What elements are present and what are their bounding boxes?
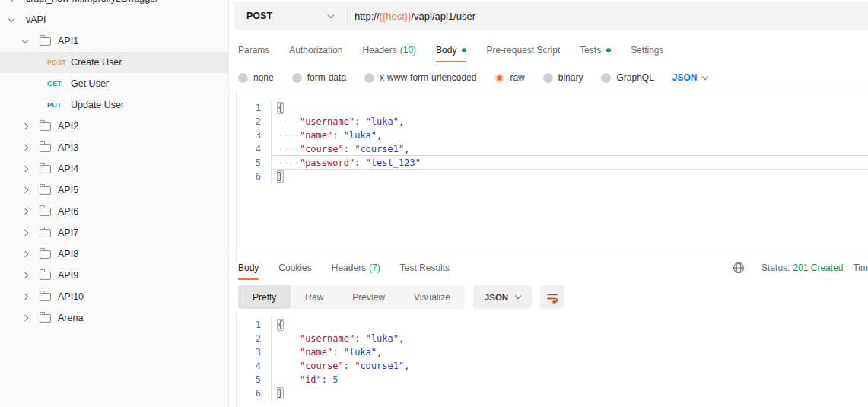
line-number: 1 [237,101,272,115]
token-str: "luka" [344,347,377,358]
line-number: 4 [237,359,272,373]
code-line: 3····"name": "luka", [237,129,868,142]
sidebar-item-crapi-now-mitmproxy2swagger[interactable]: crapi_now Mitmproxy2Swagger [0,0,228,9]
sidebar-item-label: API2 [58,121,78,132]
method-select[interactable]: POST [234,11,347,21]
sidebar-item-api7[interactable]: API7 [0,222,228,243]
code-line: 1{ [237,101,868,115]
token-ws: ···· [278,157,300,168]
token-p: , [377,347,382,358]
request-body-editor[interactable]: 1{2····"username": "luka",3····"name": "… [236,91,868,262]
tab-pre-request-script[interactable]: Pre-request Script [486,40,560,61]
tab-label: Pre-request Script [486,45,560,56]
url-segment: /vapi/api1/user [411,11,475,22]
radio-icon [364,73,374,83]
code-line-content: "course": "course1", [272,359,868,373]
tab-headers[interactable]: Headers(10) [362,40,416,61]
token-key: "id" [300,374,322,385]
code-line: 5 "id": 5 [237,373,868,386]
tab-label: Body [436,45,456,56]
line-number: 5 [237,373,272,386]
sidebar-item-api1[interactable]: API1 [0,30,228,52]
view-preview[interactable]: Preview [338,285,399,309]
code-line: 3 "name": "luka", [237,345,868,359]
tree-indent-guide [72,52,72,116]
body-mode-binary[interactable]: binary [543,72,583,83]
response-tabs: BodyCookiesHeaders(7)Test Results [238,257,450,278]
view-visualize[interactable]: Visualize [399,285,465,309]
globe-icon[interactable] [733,262,745,274]
body-mode-label: binary [558,72,583,83]
collections-sidebar: crapi_now Mitmproxy2SwaggervAPIAPI1POSTC… [0,0,229,407]
url-bar: POST http://{{host}}/vapi/api1/user [234,2,868,30]
request-language-select[interactable]: JSON [672,72,707,83]
token-str: "luka" [344,130,377,141]
folder-icon [40,314,51,323]
line-number: 2 [237,332,272,345]
chevron-right-icon [22,272,28,278]
chevron-right-icon [22,187,28,193]
token-brace: } [278,171,283,182]
body-mode-label: none [253,72,274,83]
response-pane-divider[interactable] [228,253,868,253]
body-mode-raw[interactable]: raw [494,72,524,83]
response-tab-headers[interactable]: Headers(7) [332,257,380,278]
tab-settings[interactable]: Settings [631,40,663,61]
body-mode-x-www-form-urlencoded[interactable]: x-www-form-urlencoded [364,72,476,83]
sidebar-item-api6[interactable]: API6 [0,201,228,222]
sidebar-item-api2[interactable]: API2 [0,116,228,137]
view-pretty[interactable]: Pretty [238,285,291,309]
response-meta: Status: 201 Created Tim [733,257,868,278]
sidebar-item-api5[interactable]: API5 [0,180,228,201]
radio-icon [292,73,302,83]
sidebar-item-api10[interactable]: API10 [0,286,228,307]
tab-params[interactable]: Params [238,40,269,61]
token-ws: ···· [278,130,300,141]
green-dot-icon [606,48,611,52]
token-key: "course" [300,144,344,154]
wrap-text-icon [545,291,559,304]
response-tab-test-results[interactable]: Test Results [400,257,450,278]
token-key: "username" [300,116,355,127]
token-p: : [344,361,355,371]
sidebar-item-api3[interactable]: API3 [0,137,228,158]
sidebar-item-api4[interactable]: API4 [0,158,228,180]
line-number: 6 [237,170,272,183]
body-mode-form-data[interactable]: form-data [292,72,346,83]
green-dot-icon [462,48,466,52]
wrap-lines-button[interactable] [540,285,564,309]
body-mode-label: form-data [307,72,346,83]
body-mode-graphql[interactable]: GraphQL [601,72,653,83]
token-brace: { [278,320,283,330]
tab-body[interactable]: Body [436,40,466,61]
tab-tests[interactable]: Tests [580,40,611,61]
token-key: "password" [300,157,355,168]
sidebar-item-get-user[interactable]: GETGet User [0,73,228,94]
sidebar-item-vapi[interactable]: vAPI [0,9,228,30]
url-input[interactable]: http://{{host}}/vapi/api1/user [348,11,475,22]
body-mode-none[interactable]: none [238,72,274,83]
response-tab-cookies[interactable]: Cookies [278,257,311,278]
sidebar-item-arena[interactable]: Arena [0,307,228,329]
response-language-select[interactable]: JSON [473,285,532,309]
radio-icon [238,73,248,83]
code-line-content: } [272,170,868,183]
sidebar-item-api8[interactable]: API8 [0,243,228,265]
token-p [278,347,300,358]
sidebar-item-label: API3 [58,142,78,153]
status-value[interactable]: 201 Created [793,262,843,273]
chevron-right-icon [22,315,28,321]
line-number: 2 [237,115,272,129]
sidebar-tree: crapi_now Mitmproxy2SwaggervAPIAPI1POSTC… [0,0,228,329]
sidebar-item-api9[interactable]: API9 [0,265,228,286]
view-raw[interactable]: Raw [291,285,338,309]
sidebar-item-update-user[interactable]: PUTUpdate User [0,94,228,116]
token-p [278,333,300,344]
chevron-down-icon [515,293,521,299]
response-tab-body[interactable]: Body [238,257,259,278]
sidebar-item-create-user[interactable]: POSTCreate User [0,52,228,73]
request-tabs: ParamsAuthorizationHeaders(10)BodyPre-re… [238,40,664,61]
chevron-right-icon [22,294,28,300]
tab-authorization[interactable]: Authorization [289,40,342,61]
url-variable: {{host}} [380,11,412,22]
